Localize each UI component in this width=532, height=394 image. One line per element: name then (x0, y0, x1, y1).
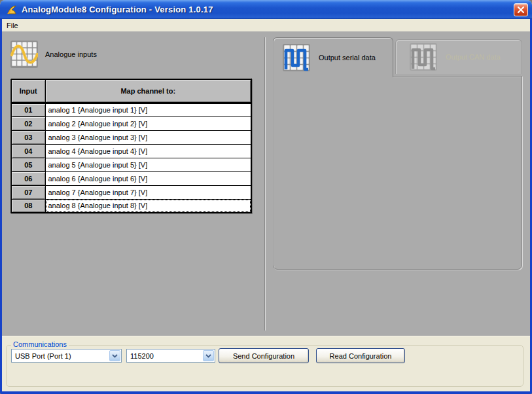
map-channel-cell[interactable]: analog 7 {Analogue input 7} [V] (45, 185, 251, 199)
can-data-icon (410, 43, 437, 71)
map-channel-cell[interactable]: analog 5 {Analogue input 5} [V] (45, 158, 251, 171)
table-row: 01analog 1 {Analogue input 1} [V] (11, 103, 251, 116)
input-number: 04 (11, 144, 45, 158)
chevron-down-icon (112, 354, 118, 358)
read-configuration-button[interactable]: Read Configuration (316, 348, 405, 363)
column-header-input: Input (11, 79, 45, 103)
close-button[interactable] (514, 3, 528, 16)
table-row: 08analog 8 {Analogue input 8} [V] (11, 199, 251, 213)
analog-grid-icon (10, 41, 38, 68)
tab-label-can: Output CAN data (446, 53, 501, 61)
communications-groupbox: Communications USB Port (Port 1) 115200 … (6, 345, 523, 387)
analog-inputs-title: Analogue inputs (45, 50, 97, 58)
app-window: AnalogModule8 Configuration - Version 1.… (0, 0, 532, 394)
table-row: 03analog 3 {Analogue input 3} [V] (11, 130, 251, 144)
input-number: 02 (11, 116, 45, 130)
client-area: Analogue inputs Input Map channel to: 01… (2, 31, 530, 336)
window-frame-bottom (0, 391, 532, 394)
panel-divider (264, 37, 266, 331)
communications-panel: Communications USB Port (Port 1) 115200 … (2, 336, 530, 391)
port-dropdown-button[interactable] (109, 350, 120, 361)
window-title: AnalogModule8 Configuration - Version 1.… (22, 5, 514, 14)
input-number: 08 (11, 199, 45, 213)
serial-data-icon (283, 44, 310, 71)
menu-bar: File (0, 19, 532, 31)
map-channel-cell-focused[interactable]: analog 8 {Analogue input 8} [V] (45, 199, 251, 213)
input-number: 03 (11, 130, 45, 144)
baud-dropdown-button[interactable] (203, 350, 214, 361)
table-row: 05analog 5 {Analogue input 5} [V] (11, 158, 251, 171)
baud-rate-value: 115200 (127, 352, 203, 360)
map-channel-cell[interactable]: analog 1 {Analogue input 1} [V] (45, 103, 251, 116)
title-bar: AnalogModule8 Configuration - Version 1.… (0, 0, 532, 19)
tab-output-can-data[interactable]: Output CAN data (395, 39, 522, 74)
map-channel-cell[interactable]: analog 3 {Analogue input 3} [V] (45, 130, 251, 144)
input-number: 07 (11, 185, 45, 199)
tab-label-serial: Output serial data (319, 54, 376, 62)
port-select[interactable]: USB Port (Port 1) (11, 349, 122, 363)
map-channel-cell[interactable]: analog 4 {Analogue input 4} [V] (45, 144, 251, 158)
analog-inputs-header: Analogue inputs (10, 41, 97, 68)
table-row: 07analog 7 {Analogue input 7} [V] (11, 185, 251, 199)
table-row: 06analog 6 {Analogue input 6} [V] (11, 171, 251, 185)
app-icon (5, 3, 18, 16)
table-row: 04analog 4 {Analogue input 4} [V] (11, 144, 251, 158)
input-number: 01 (11, 103, 45, 116)
tab-output-serial-data[interactable]: Output serial data (273, 37, 393, 77)
menu-file[interactable]: File (2, 20, 23, 31)
input-number: 06 (11, 171, 45, 185)
port-select-value: USB Port (Port 1) (12, 352, 109, 360)
window-frame-left (0, 31, 2, 394)
map-channel-cell[interactable]: analog 2 {Analogue input 2} [V] (45, 116, 251, 130)
chevron-down-icon (205, 354, 211, 358)
serial-data-tab-pane (273, 76, 522, 270)
input-number: 05 (11, 158, 45, 171)
analog-inputs-table: Input Map channel to: 01analog 1 {Analog… (10, 79, 252, 213)
communications-label: Communications (11, 340, 69, 348)
baud-rate-select[interactable]: 115200 (126, 349, 215, 363)
send-configuration-button[interactable]: Send Configuration (219, 348, 309, 363)
column-header-map-channel: Map channel to: (45, 79, 251, 103)
table-row: 02analog 2 {Analogue input 2} [V] (11, 116, 251, 130)
close-icon (517, 6, 525, 14)
map-channel-cell[interactable]: analog 6 {Analogue input 6} [V] (45, 171, 251, 185)
